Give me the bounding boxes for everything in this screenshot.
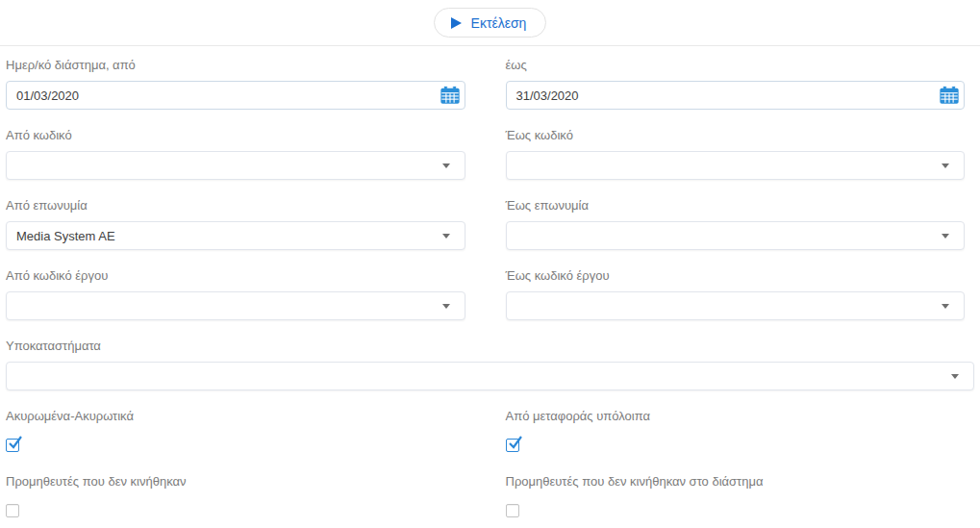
chevron-down-icon [442,304,450,309]
cancelled-checkbox[interactable] [6,439,19,452]
chevron-down-icon [951,374,959,379]
code-from-select[interactable] [6,151,465,180]
branches-select[interactable] [6,362,974,390]
chevron-down-icon [942,304,949,309]
report-filter-form: Ημερ/κό διάστημα, από 01/03/2020 [0,46,980,528]
project-code-from-label: Από κωδικό έργου [6,268,465,283]
name-from-label: Από επωνυμία [6,198,465,213]
field-project-code-to: Έως κωδικό έργου [506,268,966,320]
chevron-down-icon [942,163,949,168]
field-carry-balances: Από μεταφοράς υπόλοιπα [506,409,966,456]
field-project-code-from: Από κωδικό έργου [6,268,465,320]
date-to-value: 31/03/2020 [516,88,579,103]
run-button-label: Εκτέλεση [471,15,527,31]
chevron-down-icon [442,234,450,239]
carry-balances-label: Από μεταφοράς υπόλοιπα [506,409,966,423]
date-from-label: Ημερ/κό διάστημα, από [6,58,465,72]
code-to-label: Έως κωδικό [506,128,966,142]
date-to-label: έως [506,58,966,72]
chevron-down-icon [442,163,450,168]
cancelled-label: Ακυρωμένα-Ακυρωτικά [6,409,465,423]
field-code-from: Από κωδικό [6,128,465,180]
play-icon [450,17,462,29]
chevron-down-icon [942,234,949,239]
date-to-input[interactable]: 31/03/2020 [506,81,966,110]
inactive-suppliers-period-label: Προμηθευτές που δεν κινήθηκαν στο διάστη… [506,474,966,489]
code-from-label: Από κωδικό [6,128,465,142]
field-inactive-suppliers-period: Προμηθευτές που δεν κινήθηκαν στο διάστη… [506,474,966,521]
field-date-to: έως 31/03/2020 [506,58,966,110]
carry-balances-checkbox[interactable] [506,439,519,452]
branches-label: Υποκαταστήματα [6,339,965,353]
field-cancelled: Ακυρωμένα-Ακυρωτικά [6,409,465,456]
name-to-label: Έως επωνυμία [506,198,966,213]
project-code-to-select[interactable] [506,291,966,320]
code-to-select[interactable] [506,151,966,180]
name-to-select[interactable] [506,221,966,250]
project-code-from-select[interactable] [6,291,465,320]
inactive-suppliers-checkbox[interactable] [6,504,19,517]
run-button[interactable]: Εκτέλεση [434,8,547,38]
project-code-to-label: Έως κωδικό έργου [506,268,966,283]
calendar-icon[interactable] [939,85,960,106]
field-name-to: Έως επωνυμία [506,198,966,250]
name-from-select[interactable]: Media System AE [6,221,465,250]
name-from-value: Media System AE [16,229,115,243]
calendar-icon[interactable] [440,85,461,106]
date-from-value: 01/03/2020 [16,88,79,103]
field-code-to: Έως κωδικό [506,128,966,180]
field-branches: Υποκαταστήματα [6,339,965,390]
date-from-input[interactable]: 01/03/2020 [6,81,465,110]
field-inactive-suppliers: Προμηθευτές που δεν κινήθηκαν [6,474,465,521]
field-name-from: Από επωνυμία Media System AE [6,198,465,250]
field-date-from: Ημερ/κό διάστημα, από 01/03/2020 [6,58,465,110]
inactive-suppliers-label: Προμηθευτές που δεν κινήθηκαν [6,474,465,489]
toolbar: Εκτέλεση [0,0,980,46]
inactive-suppliers-period-checkbox[interactable] [506,504,519,517]
